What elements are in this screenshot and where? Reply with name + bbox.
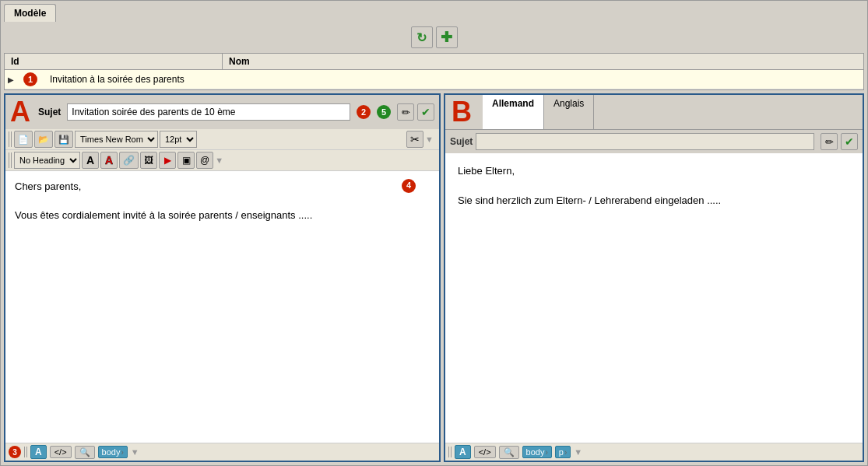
right-p-label: p (559, 447, 564, 457)
right-visual-mode-button[interactable]: A (455, 445, 471, 459)
panel-label-a: A (10, 98, 30, 126)
font-family-select[interactable]: Times New Rom Arial Helvetica (75, 131, 158, 148)
table-header: Id Nom (5, 54, 863, 70)
tab-allemand[interactable]: Allemand (483, 95, 544, 129)
image-button[interactable]: 🖼 (140, 152, 157, 169)
right-subject-input[interactable] (476, 133, 814, 150)
outline-a-icon: A (105, 154, 113, 166)
email-button[interactable]: @ (196, 152, 213, 169)
cell-nom: Invitation à la soirée des parents (44, 72, 863, 87)
code-mode-button[interactable]: </> (50, 446, 72, 458)
editor-toolbar2: No Heading Heading 1 Heading 2 Heading 3… (5, 150, 439, 171)
badge-1: 1 (23, 72, 37, 86)
toolbar2-drag-handle[interactable] (9, 152, 12, 168)
right-body-breadcrumb[interactable]: body › (522, 446, 552, 458)
header-id: Id (5, 54, 223, 69)
code-mode-icon: </> (54, 447, 67, 457)
new-doc-icon: 📄 (18, 135, 29, 145)
right-content-line1: Liebe Eltern, (458, 163, 850, 180)
search-content-icon: 🔍 (79, 447, 90, 457)
tab-anglais[interactable]: Anglais (544, 95, 594, 129)
right-p-arrow: › (564, 448, 567, 457)
records-table: Id Nom ▶ 1 Invitation à la soirée des pa… (4, 53, 864, 90)
toolbar-drag-handle[interactable] (9, 131, 12, 147)
right-statusbar-more[interactable]: ▼ (574, 447, 585, 457)
content-line2: Vous êtes cordialement invité à la soiré… (15, 208, 430, 224)
save-doc-icon: 💾 (58, 135, 69, 145)
right-pencil-button[interactable]: ✏ (821, 133, 838, 150)
right-editor-statusbar: A </> 🔍 body › p › ▼ (445, 443, 863, 461)
pencil-icon: ✏ (402, 107, 410, 118)
toolbar2-more[interactable]: ▼ (215, 156, 226, 165)
left-editor-statusbar: 3 A </> 🔍 body › ▼ (5, 443, 439, 461)
tab-modele[interactable]: Modèle (4, 4, 56, 22)
right-code-mode-icon: </> (479, 447, 491, 457)
scissors-button[interactable]: ✂ (406, 131, 423, 148)
open-doc-icon: 📂 (38, 135, 49, 145)
right-search-button[interactable]: 🔍 (499, 446, 519, 459)
left-subject-label: Sujet (38, 107, 61, 117)
panel-label-b: B (445, 95, 478, 129)
badge-4: 4 (402, 179, 416, 193)
right-code-mode-button[interactable]: </> (474, 446, 496, 458)
link-button[interactable]: 🔗 (119, 152, 139, 169)
image-icon: 🖼 (144, 155, 153, 166)
left-pencil-button[interactable]: ✏ (397, 103, 414, 121)
video-icon: ▶ (164, 155, 171, 166)
right-check-button[interactable]: ✔ (841, 133, 858, 150)
content-line1: Chers parents, (15, 179, 430, 195)
badge-2: 2 (357, 105, 371, 119)
right-subject-label: Sujet (450, 136, 473, 147)
right-visual-mode-icon: A (459, 447, 466, 457)
badge-3: 3 (9, 446, 21, 458)
left-editor-panel: A Sujet 2 5 ✏ ✔ 📄 📂 (4, 93, 441, 462)
right-statusbar-drag (448, 447, 452, 457)
heading-select[interactable]: No Heading Heading 1 Heading 2 Heading 3 (14, 152, 80, 169)
left-check-button[interactable]: ✔ (417, 103, 434, 121)
right-p-breadcrumb[interactable]: p › (555, 446, 571, 458)
right-search-icon: 🔍 (504, 447, 515, 457)
frame-button[interactable]: ▣ (177, 152, 195, 169)
right-subject-row: Sujet ✏ ✔ (445, 130, 863, 153)
cell-id: 1 (17, 70, 44, 89)
right-body-arrow: › (545, 448, 547, 457)
visual-mode-icon: A (35, 447, 42, 457)
statusbar-drag (24, 447, 27, 457)
right-editor-panel: B Allemand Anglais Sujet ✏ ✔ Liebe Elter… (444, 93, 864, 462)
left-subject-row: A Sujet 2 5 ✏ ✔ (5, 95, 439, 129)
outline-a-button[interactable]: A (100, 152, 118, 169)
add-button[interactable]: ✚ (436, 26, 458, 48)
badge-5: 5 (377, 105, 391, 119)
link-icon: 🔗 (123, 155, 135, 166)
right-body-label: body (526, 447, 545, 457)
content-split: A Sujet 2 5 ✏ ✔ 📄 📂 (4, 93, 864, 462)
right-panel-tabs: B Allemand Anglais (445, 95, 863, 130)
body-breadcrumb[interactable]: body › (98, 446, 128, 458)
left-editor-content[interactable]: 4 Chers parents, Vous êtes cordialement … (5, 171, 439, 443)
save-doc-button[interactable]: 💾 (54, 131, 73, 148)
header-nom: Nom (223, 54, 863, 69)
bold-a-button[interactable]: A (82, 152, 99, 169)
right-content-line2: Sie sind herzlich zum Eltern- / Lehrerab… (458, 192, 850, 209)
table-row[interactable]: ▶ 1 Invitation à la soirée des parents (5, 70, 863, 89)
visual-mode-button[interactable]: A (30, 445, 47, 459)
font-size-select[interactable]: 12pt 10pt 14pt 16pt (160, 131, 197, 148)
add-icon: ✚ (441, 29, 452, 46)
top-toolbar: ↻ ✚ (1, 22, 867, 53)
right-check-icon: ✔ (845, 135, 854, 148)
search-content-button[interactable]: 🔍 (75, 446, 95, 459)
scissors-icon: ✂ (410, 133, 420, 145)
editor-toolbar1: 📄 📂 💾 Times New Rom Arial Helvetica 12pt… (5, 129, 439, 150)
left-subject-input[interactable] (67, 103, 350, 121)
right-pencil-icon: ✏ (825, 136, 834, 148)
email-icon: @ (200, 155, 209, 166)
body-label: body (102, 447, 121, 457)
video-button[interactable]: ▶ (159, 152, 176, 169)
new-doc-button[interactable]: 📄 (14, 131, 33, 148)
right-editor-content[interactable]: Liebe Eltern, Sie sind herzlich zum Elte… (445, 153, 863, 443)
refresh-button[interactable]: ↻ (411, 26, 433, 48)
open-doc-button[interactable]: 📂 (34, 131, 53, 148)
row-arrow: ▶ (5, 75, 17, 84)
statusbar-more[interactable]: ▼ (131, 447, 142, 457)
toolbar1-more[interactable]: ▼ (425, 135, 436, 144)
